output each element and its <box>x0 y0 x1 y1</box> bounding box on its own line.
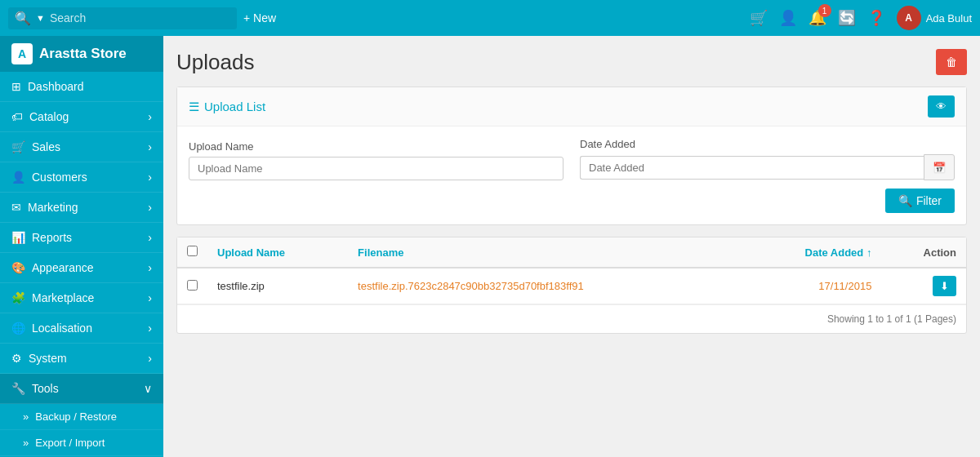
td-filename: testfile.zip.7623c2847c90bb32735d70fbf18… <box>348 268 742 304</box>
sidebar-sub-item-export-import[interactable]: Export / Import <box>0 430 163 456</box>
sidebar-item-label: Sales <box>32 140 60 153</box>
catalog-icon: 🏷 <box>11 110 23 123</box>
main-content: Uploads 🗑 ☰ Upload List 👁 Upload Name <box>163 36 980 457</box>
sidebar-item-customers[interactable]: 👤 Customers › <box>0 162 163 193</box>
chevron-right-icon: › <box>148 322 152 335</box>
marketing-icon: ✉ <box>11 201 21 214</box>
localisation-icon: 🌐 <box>11 322 25 335</box>
sidebar-item-label: Customers <box>32 171 87 184</box>
refresh-icon[interactable]: 🔄 <box>838 9 856 27</box>
sidebar-item-label: System <box>29 352 67 365</box>
top-navigation: 🔍 ▼ + New 🛒 👤 🔔 1 🔄 ❓ A Ada Bulut <box>0 0 980 36</box>
table-row: testfile.zip testfile.zip.7623c2847c90bb… <box>177 268 966 304</box>
filename-link[interactable]: testfile.zip.7623c2847c90bb32735d70fbf18… <box>358 280 584 292</box>
td-checkbox[interactable] <box>177 268 207 304</box>
sidebar-item-system[interactable]: ⚙ System › <box>0 344 163 374</box>
sidebar-item-dashboard[interactable]: ⊞ Dashboard <box>0 72 163 102</box>
sidebar-item-label: Dashboard <box>28 80 84 93</box>
td-action: ⬇ <box>881 268 966 304</box>
sidebar-item-reports[interactable]: 📊 Reports › <box>0 223 163 253</box>
toggle-columns-button[interactable]: 👁 <box>928 95 955 118</box>
td-date-added: 17/11/2015 <box>742 268 881 304</box>
bell-icon[interactable]: 🔔 1 <box>808 9 826 27</box>
chevron-right-icon: › <box>148 352 152 365</box>
search-dropdown-icon[interactable]: ▼ <box>36 13 45 23</box>
th-date-added[interactable]: Date Added ↑ <box>742 237 881 268</box>
chevron-right-icon: › <box>148 261 152 274</box>
search-bar[interactable]: 🔍 ▼ <box>8 7 237 29</box>
sidebar: A Arastta Store ⊞ Dashboard 🏷 Catalog › … <box>0 36 163 457</box>
upload-list-label: Upload List <box>204 100 265 113</box>
delete-button[interactable]: 🗑 <box>936 49 967 75</box>
sidebar-item-catalog[interactable]: 🏷 Catalog › <box>0 102 163 132</box>
chevron-right-icon: › <box>148 140 152 153</box>
notification-badge: 1 <box>818 4 831 17</box>
page-title: Uploads <box>176 50 254 75</box>
upload-name-group: Upload Name <box>189 140 564 180</box>
sidebar-item-label: Marketing <box>28 201 78 214</box>
search-icon: 🔍 <box>15 11 31 26</box>
calendar-button[interactable]: 📅 <box>924 154 955 180</box>
customers-icon: 👤 <box>11 171 25 184</box>
chevron-right-icon: › <box>148 171 152 184</box>
tools-icon: 🔧 <box>11 382 25 395</box>
pagination-info: Showing 1 to 1 of 1 (1 Pages) <box>177 304 966 333</box>
chevron-right-icon: › <box>148 110 152 123</box>
sidebar-item-marketing[interactable]: ✉ Marketing › <box>0 193 163 223</box>
avatar: A <box>897 6 921 30</box>
calendar-btn-group: 📅 <box>924 154 955 180</box>
sidebar-item-marketplace[interactable]: 🧩 Marketplace › <box>0 283 163 313</box>
table-header-row: Upload Name Filename Date Added ↑ Action <box>177 237 966 268</box>
filter-btn-row: 🔍 Filter <box>189 189 955 213</box>
sidebar-item-label: Appearance <box>32 261 94 274</box>
sidebar-sub-item-label: Backup / Restore <box>35 410 117 423</box>
chevron-right-icon: › <box>148 291 152 304</box>
sidebar-item-tools[interactable]: 🔧 Tools ∨ <box>0 374 163 404</box>
th-upload-name[interactable]: Upload Name <box>207 237 348 268</box>
date-added-label: Date Added <box>580 138 955 150</box>
trash-icon: 🗑 <box>946 55 957 69</box>
upload-list-title: ☰ Upload List <box>189 100 265 114</box>
date-added-input[interactable] <box>580 156 924 180</box>
search-input[interactable] <box>50 11 230 24</box>
date-input-group: 📅 <box>580 154 955 180</box>
filter-button[interactable]: 🔍 Filter <box>885 189 955 213</box>
uploads-table: Upload Name Filename Date Added ↑ Action… <box>177 237 966 304</box>
download-button[interactable]: ⬇ <box>933 276 956 296</box>
sales-icon: 🛒 <box>11 140 25 153</box>
sidebar-item-label: Reports <box>32 231 72 244</box>
filter-card-header: ☰ Upload List 👁 <box>177 87 966 126</box>
chevron-right-icon: › <box>148 201 152 214</box>
select-all-checkbox[interactable] <box>187 246 198 256</box>
chevron-down-icon: ∨ <box>144 382 152 395</box>
cart-icon[interactable]: 🛒 <box>750 9 768 27</box>
sidebar-item-appearance[interactable]: 🎨 Appearance › <box>0 253 163 283</box>
th-action: Action <box>881 237 966 268</box>
sidebar-item-localisation[interactable]: 🌐 Localisation › <box>0 313 163 344</box>
filter-row: Upload Name Date Added 📅 <box>189 138 955 180</box>
sidebar-sub-item-label: Export / Import <box>35 437 105 449</box>
sidebar-item-label: Marketplace <box>32 291 94 304</box>
row-checkbox[interactable] <box>187 280 198 291</box>
date-value: 17/11/2015 <box>818 280 871 292</box>
layout: A Arastta Store ⊞ Dashboard 🏷 Catalog › … <box>0 36 980 457</box>
marketplace-icon: 🧩 <box>11 291 25 304</box>
new-button[interactable]: + New <box>243 11 276 24</box>
user-area[interactable]: A Ada Bulut <box>897 6 972 30</box>
sidebar-item-sales[interactable]: 🛒 Sales › <box>0 132 163 162</box>
user-name: Ada Bulut <box>926 12 972 24</box>
sidebar-item-label: Localisation <box>32 322 92 335</box>
sidebar-item-label: Tools <box>32 382 59 395</box>
help-icon[interactable]: ❓ <box>867 9 885 27</box>
page-title-row: Uploads 🗑 <box>176 49 967 75</box>
th-filename[interactable]: Filename <box>348 237 742 268</box>
td-upload-name: testfile.zip <box>207 268 348 304</box>
brand-icon: A <box>11 43 33 64</box>
filter-card: ☰ Upload List 👁 Upload Name Date Added <box>176 87 967 225</box>
system-icon: ⚙ <box>11 352 22 365</box>
sidebar-item-label: Catalog <box>29 110 69 123</box>
sidebar-sub-item-backup-restore[interactable]: Backup / Restore <box>0 404 163 430</box>
upload-name-input[interactable] <box>189 157 564 180</box>
sidebar-brand: A Arastta Store <box>0 36 163 72</box>
person-icon[interactable]: 👤 <box>779 9 797 27</box>
